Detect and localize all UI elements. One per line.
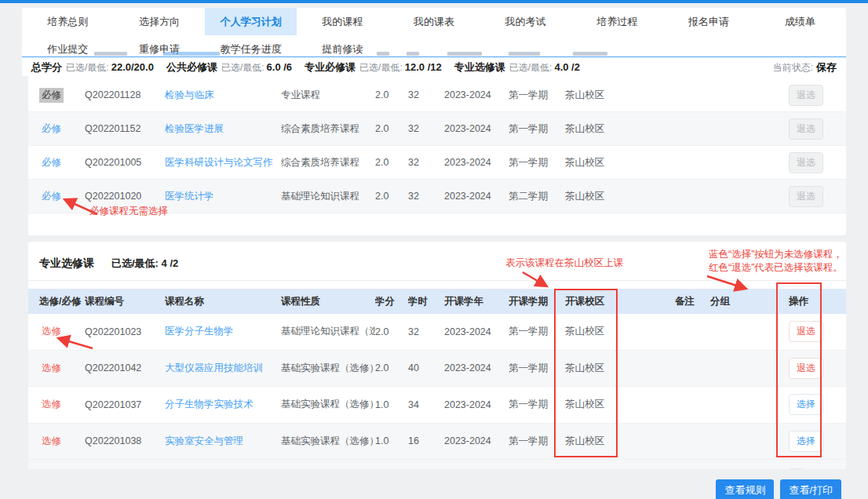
course-nature: 基础实验课程（选修） [281,435,375,448]
course-term: 第一学期 [509,156,565,169]
tab-transcript[interactable]: 成绩单 [754,8,846,35]
course-hours: 32 [408,326,444,337]
course-campus: 茶山校区 [565,122,675,136]
tab-personal-study-plan[interactable]: 个人学习计划 [205,8,297,35]
course-credit: 2.0 [375,123,408,134]
tab-my-timetable[interactable]: 我的课表 [388,8,480,35]
course-row: 选修 Q202201038 实验室安全与管理 基础实验课程（选修） 1.0 16… [28,424,846,461]
col-header-code: 课程编号 [85,295,165,308]
tab-my-courses[interactable]: 我的课程 [297,8,388,35]
view-print-button[interactable]: 查看/打印 [780,479,841,499]
col-header-name: 课程名称 [165,295,281,308]
course-type: 必修 [39,122,64,137]
course-name-link[interactable]: 检验与临床 [165,89,281,102]
nav-row-1: 培养总则 选择方向 个人学习计划 我的课程 我的课表 我的考试 培养过程 报名申… [22,8,846,35]
course-action-button[interactable]: 选择 [789,431,823,452]
course-name-link[interactable]: 检验医学进展 [165,122,281,136]
elective-table-header: 选修/必修 课程编号 课程名称 课程性质 学分 学时 开课学年 开课学期 开课校… [28,289,846,314]
course-campus: 茶山校区 [565,156,675,169]
course-term: 第二学期 [509,190,565,203]
course-nature: 综合素质培养课程 [281,122,375,136]
clipped-next-row [28,460,846,469]
course-term: 第一学期 [509,435,565,448]
course-type: 选修 [39,397,64,412]
course-action-button[interactable]: 选择 [789,394,823,415]
course-year: 2023-2024 [444,399,509,410]
course-nature: 综合素质培养课程 [281,156,375,169]
course-year: 2023-2024 [444,191,509,202]
tab-training-rules[interactable]: 培养总则 [22,8,114,35]
course-code: Q202201128 [85,89,165,100]
col-header-hours: 学时 [408,295,444,308]
course-action-button[interactable]: 退选 [789,358,823,379]
course-year: 2023-2024 [444,123,509,134]
course-credit: 1.0 [375,399,408,410]
course-code: Q202201042 [85,362,165,373]
summary-public-required: 公共必修课已选/最低:6.0 /6 [166,60,292,75]
tab-my-exams[interactable]: 我的考试 [480,8,571,35]
course-year: 2023-2024 [444,362,509,373]
course-hours: 32 [408,123,444,134]
section-title: 专业选修课 [39,257,94,271]
course-row: 选修 Q202201042 大型仪器应用技能培训 基础实验课程（选修） 2.0 … [28,351,846,388]
course-nature: 基础实验课程（选修） [281,362,375,375]
course-action-button[interactable]: 退选 [789,152,823,173]
course-row: 选修 Q202201023 医学分子生物学 基础理论知识课程（选修） 2.0 3… [28,314,846,351]
course-action-button[interactable]: 退选 [789,321,823,342]
credit-summary-bar: 总学分已选/最低:22.0/20.0 公共必修课已选/最低:6.0 /6 专业必… [22,58,846,76]
course-credit: 2.0 [375,157,408,168]
course-credit: 2.0 [375,191,408,202]
course-hours: 34 [408,399,444,410]
course-name-link[interactable]: 大型仪器应用技能培训 [165,362,281,375]
course-hours: 40 [408,362,444,373]
course-hours: 32 [408,191,444,202]
elective-courses-section: 专业选修课 已选/最低: 4 /2 选修/必修 课程编号 课程名称 课程性质 学… [28,242,846,469]
course-type: 必修 [39,88,64,103]
course-type: 必修 [39,189,64,204]
tab-choose-direction[interactable]: 选择方向 [114,8,206,35]
course-row: 必修 Q202201152 检验医学进展 综合素质培养课程 2.0 32 202… [28,112,846,146]
top-accent-bar [0,0,868,3]
course-type: 选修 [39,434,64,449]
course-row: 必修 Q202201128 检验与临床 专业课程 2.0 32 2023-202… [28,78,846,112]
course-action-button[interactable]: 退选 [789,85,823,106]
nav-divider [22,56,846,57]
course-name-link[interactable]: 实验室安全与管理 [165,435,281,448]
course-hours: 32 [408,157,444,168]
course-name-link[interactable]: 医学科研设计与论文写作 [165,156,281,169]
course-name-link[interactable]: 医学分子生物学 [165,325,281,338]
course-row: 选修 Q202201037 分子生物学实验技术 基础实验课程（选修） 1.0 3… [28,387,846,424]
summary-major-required: 专业必修课已选/最低:12.0 /12 [305,60,442,75]
course-code: Q202201005 [85,157,165,168]
course-campus: 茶山校区 [565,89,675,102]
course-credit: 1.0 [375,435,408,446]
tab-training-process[interactable]: 培养过程 [571,8,663,35]
course-action-button[interactable]: 退选 [789,118,823,140]
view-rules-button[interactable]: 查看规则 [716,479,774,499]
course-term: 第一学期 [509,122,565,136]
col-header-term: 开课学期 [509,295,565,308]
course-hours: 32 [408,89,444,100]
required-courses-table: 必修 Q202201128 检验与临床 专业课程 2.0 32 2023-202… [28,75,846,235]
course-term: 第一学期 [509,89,565,102]
elective-section-header: 专业选修课 已选/最低: 4 /2 [28,242,846,281]
course-type: 必修 [39,155,64,170]
col-header-action: 操作 [789,295,835,308]
course-action-button[interactable]: 退选 [789,186,823,207]
course-nature: 专业课程 [281,89,375,102]
col-header-credit: 学分 [375,295,408,308]
course-code: Q202201152 [85,123,165,134]
course-nature: 基础理论知识课程 [281,190,375,203]
course-name-link[interactable]: 分子生物学实验技术 [165,398,281,411]
course-year: 2023-2024 [444,435,509,446]
course-year: 2023-2024 [444,326,509,337]
section-selected-min: 已选/最低: 4 /2 [111,257,178,271]
course-year: 2023-2024 [444,157,509,168]
course-term: 第一学期 [509,362,565,375]
course-name-link[interactable]: 医学统计学 [165,190,281,203]
col-header-group: 分组 [710,295,789,308]
col-header-nature: 课程性质 [281,295,375,308]
tab-registration[interactable]: 报名申请 [663,8,755,35]
col-header-campus: 开课校区 [565,295,675,308]
col-header-remark: 备注 [675,295,710,308]
